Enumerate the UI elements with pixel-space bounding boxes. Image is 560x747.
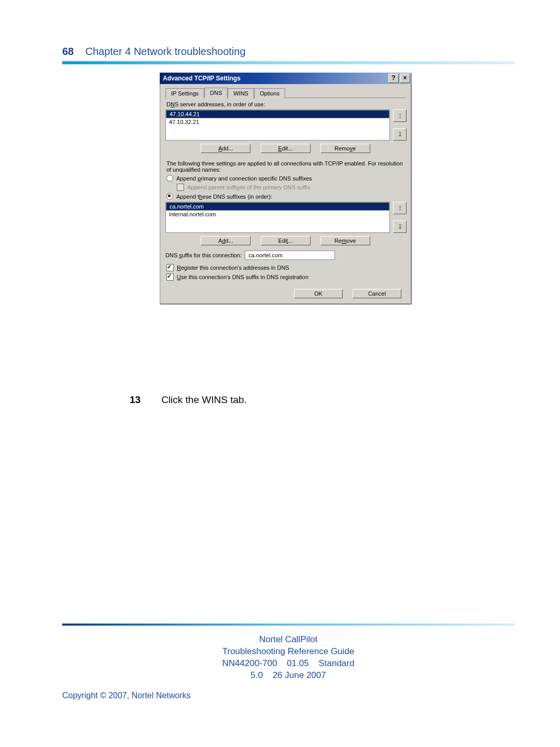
close-button[interactable]: × bbox=[400, 74, 410, 83]
step-text: Click the WINS tab. bbox=[161, 394, 247, 406]
help-button[interactable]: ? bbox=[388, 74, 399, 83]
suffix-list[interactable]: ca.nortel.com internal.nortel.com bbox=[165, 202, 390, 233]
add-button[interactable]: Add... bbox=[201, 144, 250, 153]
edit-button[interactable]: Edit... bbox=[261, 144, 311, 153]
move-down-button[interactable]: ↧ bbox=[393, 128, 407, 141]
page-number: 68 bbox=[62, 46, 74, 57]
footer-line1: Nortel CallPilot bbox=[62, 634, 514, 646]
radio-append-primary[interactable]: Append primary and connection specific D… bbox=[166, 175, 405, 182]
remove-button[interactable]: Remove bbox=[320, 236, 370, 245]
cancel-button[interactable]: Cancel bbox=[353, 289, 401, 298]
ok-button[interactable]: OK bbox=[294, 289, 343, 298]
remove-button[interactable]: Remove bbox=[320, 144, 370, 153]
dns-servers-list[interactable]: 47.10.44.21 47.10.32.21 bbox=[165, 109, 390, 141]
tab-options[interactable]: Options bbox=[254, 88, 285, 99]
tab-ip-settings[interactable]: IP Settings bbox=[165, 88, 204, 99]
footer-rule bbox=[62, 624, 514, 626]
page-footer: Nortel CallPilot Troubleshooting Referen… bbox=[62, 624, 514, 700]
check-register-dns[interactable]: Register this connection's addresses in … bbox=[166, 264, 405, 271]
list-item[interactable]: internal.nortel.com bbox=[166, 211, 389, 218]
footer-line3: NN44200-700 01.05 Standard bbox=[62, 658, 514, 670]
radio-append-these[interactable]: Append these DNS suffixes (in order): bbox=[166, 193, 405, 200]
tab-dns[interactable]: DNS bbox=[204, 88, 228, 98]
footer-line2: Troubleshooting Reference Guide bbox=[62, 646, 514, 658]
page-header: 68 Chapter 4 Network troubleshooting bbox=[62, 46, 514, 58]
dialog-title: Advanced TCP/IP Settings bbox=[163, 75, 241, 82]
chapter-title: Chapter 4 Network troubleshooting bbox=[86, 46, 246, 57]
list-item[interactable]: ca.nortel.com bbox=[166, 202, 389, 211]
move-up-button[interactable]: ↥ bbox=[393, 202, 407, 214]
move-down-button[interactable]: ↧ bbox=[393, 220, 407, 233]
edit-button[interactable]: Edit... bbox=[261, 236, 311, 245]
explain-text: The following three settings are applied… bbox=[166, 160, 404, 173]
suffix-input[interactable]: ca.nortel.com bbox=[245, 251, 335, 260]
header-rule bbox=[62, 61, 514, 64]
dns-servers-label: DNS server addresses, in order of use: bbox=[166, 101, 404, 107]
suffix-label: DNS suffix for this connection: bbox=[165, 252, 242, 258]
step-number: 13 bbox=[130, 394, 141, 406]
add-button[interactable]: Add... bbox=[201, 236, 250, 245]
tab-strip: IP Settings DNS WINS Options bbox=[165, 87, 405, 98]
titlebar: Advanced TCP/IP Settings ? × bbox=[160, 73, 411, 84]
list-item[interactable]: 47.10.32.21 bbox=[166, 118, 389, 126]
check-append-parent: Append parent suffixes of the primary DN… bbox=[177, 184, 405, 191]
copyright: Copyright © 2007, Nortel Networks bbox=[62, 691, 514, 700]
step-instruction: 13 Click the WINS tab. bbox=[130, 394, 247, 406]
tab-wins[interactable]: WINS bbox=[228, 88, 254, 99]
move-up-button[interactable]: ↥ bbox=[393, 109, 407, 122]
footer-line4: 5.0 26 June 2007 bbox=[62, 670, 514, 682]
list-item[interactable]: 47.10.44.21 bbox=[166, 110, 389, 118]
check-use-suffix[interactable]: Use this connection's DNS suffix in DNS … bbox=[166, 273, 405, 281]
tcpip-dialog: Advanced TCP/IP Settings ? × IP Settings… bbox=[160, 73, 411, 304]
